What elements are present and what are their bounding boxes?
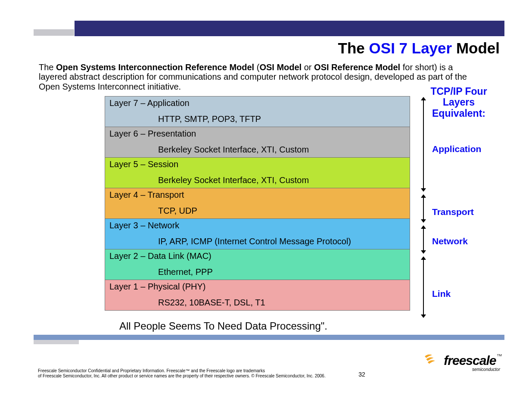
tcpip-header: TCP/IP Four Layers Equivalent: (414, 86, 504, 119)
arrow-transport (420, 194, 426, 223)
layer-examples: TCP, UDP (109, 206, 405, 216)
tcpip-header-line: Equivalent: (432, 108, 485, 119)
layer-examples: RS232, 10BASE-T, DSL, T1 (109, 298, 405, 308)
layer-examples: Ethernet, PPP (109, 267, 405, 277)
osi-layer-1: Layer 1 – Physical (PHY) RS232, 10BASE-T… (105, 280, 410, 310)
intro-text: ( (254, 62, 259, 72)
logo-text: freescale (444, 353, 496, 367)
arrow-link (420, 256, 426, 318)
legal-line-1: Freescale Semiconductor Confidential and… (38, 368, 265, 373)
layer-name: Layer 3 – Network (109, 221, 405, 230)
layer-name: Layer 7 – Application (109, 98, 405, 108)
legal-line-2: of Freescale Semiconductor, Inc. All oth… (38, 374, 326, 378)
logo-subtext: semiconductor (420, 367, 502, 372)
tcpip-label-link: Link (432, 289, 451, 299)
arrow-application (420, 97, 426, 192)
mnemonic-caption: All People Seems To Need Data Processing… (119, 320, 327, 332)
logo-tm: TM (496, 353, 502, 357)
intro-text: or (302, 62, 314, 72)
layer-name: Layer 5 – Session (109, 159, 405, 169)
osi-layer-5: Layer 5 – Session Berkeley Socket Interf… (105, 157, 410, 188)
intro-bold-3: OSI Reference Model (314, 62, 400, 72)
page-number: 32 (353, 371, 370, 378)
freescale-logo: freescaleTM semiconductor (420, 353, 502, 372)
layer-name: Layer 6 – Presentation (109, 129, 405, 139)
tcpip-header-line: TCP/IP Four (430, 86, 487, 97)
layer-examples: Berkeley Socket Interface, XTI, Custom (109, 145, 405, 155)
tcpip-label-application: Application (432, 144, 481, 154)
intro-paragraph: The Open Systems Interconnection Referen… (39, 62, 472, 91)
tcpip-label-transport: Transport (432, 207, 474, 217)
osi-layer-2: Layer 2 – Data Link (MAC) Ethernet, PPP (105, 249, 410, 280)
footer-legal: Freescale Semiconductor Confidential and… (38, 368, 370, 378)
title-highlight: OSI 7 Layer (369, 40, 452, 56)
bottom-bar-blue (34, 335, 504, 340)
logo-swoosh-icon (423, 350, 437, 364)
intro-bold-2: OSI Model (259, 62, 302, 72)
intro-text: The (39, 62, 56, 72)
top-left-tab (34, 29, 74, 36)
osi-layer-4: Layer 4 – Transport TCP, UDP (105, 188, 410, 218)
layer-name: Layer 1 – Physical (PHY) (109, 282, 405, 292)
layer-name: Layer 4 – Transport (109, 190, 405, 200)
osi-layers-table: Layer 7 – Application HTTP, SMTP, POP3, … (105, 96, 410, 311)
intro-bold-1: Open Systems Interconnection Reference M… (56, 62, 254, 72)
arrow-network (420, 225, 426, 254)
bottom-bar-grey (34, 340, 79, 344)
title-suffix: Model (452, 40, 500, 56)
layer-name: Layer 2 – Data Link (MAC) (109, 251, 405, 261)
slide-title: The OSI 7 Layer Model (338, 40, 500, 57)
layer-examples: HTTP, SMTP, POP3, TFTP (109, 114, 405, 124)
layer-examples: IP, ARP, ICMP (Internet Control Message … (109, 237, 405, 246)
osi-layer-7: Layer 7 – Application HTTP, SMTP, POP3, … (105, 97, 410, 127)
osi-layer-3: Layer 3 – Network IP, ARP, ICMP (Interne… (105, 218, 410, 249)
osi-layer-6: Layer 6 – Presentation Berkeley Socket I… (105, 127, 410, 157)
tcpip-label-network: Network (432, 236, 468, 246)
top-bar (75, 21, 504, 36)
tcpip-header-line: Layers (443, 97, 475, 108)
layer-examples: Berkeley Socket Interface, XTI, Custom (109, 175, 405, 185)
title-prefix: The (338, 40, 369, 56)
